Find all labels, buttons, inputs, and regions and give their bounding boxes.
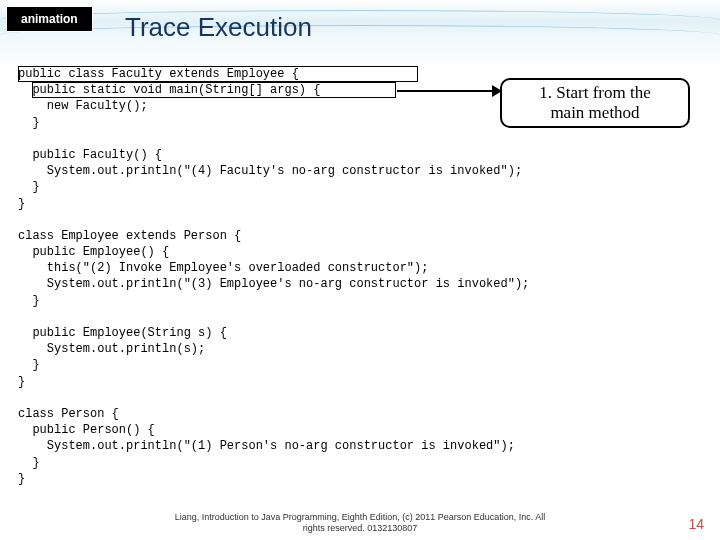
code-line: class Employee extends Person { — [18, 229, 241, 243]
code-line: new Faculty(); — [18, 99, 148, 113]
code-block: public class Faculty extends Employee { … — [18, 66, 702, 487]
callout-box: 1. Start from the main method — [500, 78, 690, 128]
code-line: } — [18, 456, 40, 470]
code-line: } — [18, 375, 25, 389]
wave-decoration — [0, 0, 720, 70]
code-line: } — [18, 116, 40, 130]
code-line: } — [18, 180, 40, 194]
code-line: public static void main(String[] args) { — [18, 83, 320, 97]
code-line: public Faculty() { — [18, 148, 162, 162]
page-number: 14 — [688, 516, 704, 532]
code-line: class Person { — [18, 407, 119, 421]
code-line: } — [18, 294, 40, 308]
code-line: System.out.println("(1) Person's no-arg … — [18, 439, 515, 453]
code-line: System.out.println(s); — [18, 342, 205, 356]
code-line: System.out.println("(3) Employee's no-ar… — [18, 277, 529, 291]
code-line: this("(2) Invoke Employee's overloaded c… — [18, 261, 428, 275]
code-line: } — [18, 197, 25, 211]
animation-tag: animation — [6, 6, 93, 32]
callout-text: 1. Start from the main method — [539, 83, 650, 124]
code-line: public Employee(String s) { — [18, 326, 227, 340]
code-line: } — [18, 358, 40, 372]
footer: Liang, Introduction to Java Programming,… — [0, 512, 720, 534]
slide-title: Trace Execution — [125, 12, 312, 43]
code-line: public Person() { — [18, 423, 155, 437]
footer-line1: Liang, Introduction to Java Programming,… — [0, 512, 720, 523]
code-line: public class Faculty extends Employee { — [18, 67, 299, 81]
code-line: System.out.println("(4) Faculty's no-arg… — [18, 164, 522, 178]
code-line: } — [18, 472, 25, 486]
code-line: public Employee() { — [18, 245, 169, 259]
footer-line2: rights reserved. 0132130807 — [0, 523, 720, 534]
